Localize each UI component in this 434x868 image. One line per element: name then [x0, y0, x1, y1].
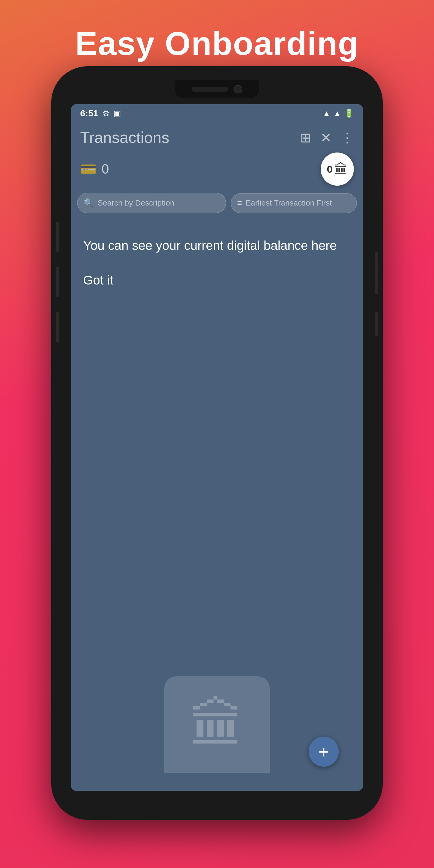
settings-status-icon: ⚙ [102, 109, 110, 118]
volume-down-button [375, 312, 378, 336]
volume-mid-button [56, 267, 59, 297]
status-time: 6:51 [80, 108, 98, 119]
volume-up-button [56, 222, 59, 252]
grid-icon[interactable]: ⊞ [300, 130, 311, 145]
got-it-button[interactable]: Got it [83, 273, 113, 287]
search-box[interactable]: 🔍 Search by Description [77, 193, 226, 213]
speaker-bar [192, 87, 228, 92]
search-icon: 🔍 [84, 198, 94, 208]
phone-inner: 6:51 ⚙ ▣ ▲ ▲ 🔋 Transactions ⊞ ✕ [56, 71, 378, 815]
tooltip-overlay: You can see your current digital balance… [71, 218, 363, 652]
wallet-icon: 💳 [80, 161, 97, 177]
sim-status-icon: ▣ [114, 109, 121, 118]
tooltip-message: You can see your current digital balance… [83, 236, 351, 255]
balance-circle-button[interactable]: 0 🏛 [321, 153, 354, 186]
balance-amount: 0 [101, 161, 109, 177]
camera-dot [234, 85, 242, 93]
status-bar: 6:51 ⚙ ▣ ▲ ▲ 🔋 [71, 104, 363, 122]
page-header: Easy Onboarding [0, 24, 434, 62]
wifi-icon: ▲ [323, 109, 331, 118]
close-icon[interactable]: ✕ [320, 130, 332, 145]
status-left: 6:51 ⚙ ▣ [80, 108, 121, 119]
circle-balance-number: 0 [327, 163, 333, 175]
more-options-icon[interactable]: ⋮ [341, 130, 354, 145]
filter-row: 🔍 Search by Description ≡ Earliest Trans… [71, 190, 363, 218]
sort-label: Earliest Transaction First [246, 198, 332, 208]
big-bank-icon: 🏛 [164, 676, 270, 773]
app-bar-icons: ⊞ ✕ ⋮ [300, 130, 354, 145]
sort-icon: ≡ [237, 198, 242, 208]
center-bank-icon-area: 🏛 [71, 652, 363, 791]
balance-row: 💳 0 0 🏛 [71, 150, 363, 190]
balance-left: 💳 0 [80, 161, 109, 177]
status-right: ▲ ▲ 🔋 [323, 109, 354, 118]
bank-icon: 🏛 [334, 161, 347, 177]
screen-content: 6:51 ⚙ ▣ ▲ ▲ 🔋 Transactions ⊞ ✕ [71, 104, 363, 791]
phone-frame: 6:51 ⚙ ▣ ▲ ▲ 🔋 Transactions ⊞ ✕ [51, 66, 383, 820]
app-bar-title: Transactions [80, 128, 169, 147]
fab-button[interactable]: + [309, 737, 339, 767]
signal-icon: ▲ [333, 109, 341, 118]
app-bar: Transactions ⊞ ✕ ⋮ [71, 122, 363, 150]
page-title: Easy Onboarding [75, 25, 359, 62]
search-placeholder: Search by Description [98, 198, 174, 208]
main-area: You can see your current digital balance… [71, 218, 363, 791]
sort-box[interactable]: ≡ Earliest Transaction First [231, 193, 357, 213]
fab-area: + [309, 737, 339, 767]
battery-icon: 🔋 [344, 109, 354, 118]
volume-down-left-button [56, 312, 59, 342]
phone-camera-area [175, 80, 259, 98]
phone-screen: 6:51 ⚙ ▣ ▲ ▲ 🔋 Transactions ⊞ ✕ [71, 104, 363, 791]
power-button [375, 252, 378, 294]
